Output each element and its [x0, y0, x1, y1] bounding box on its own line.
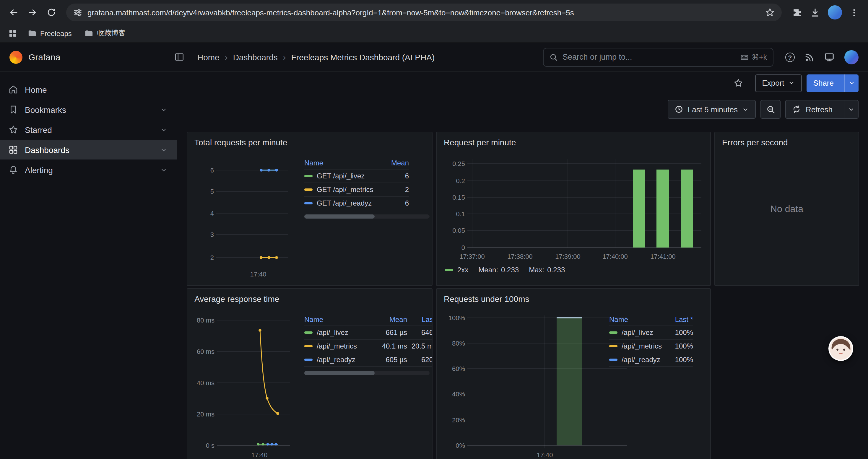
url-text[interactable]: grafana.mathmast.com/d/deytv4rwavabkb/fr…	[88, 8, 760, 17]
chevron-down-icon[interactable]	[160, 166, 167, 173]
refresh-interval-caret[interactable]	[844, 100, 858, 118]
y-tick: 80%	[437, 340, 465, 347]
refresh-button[interactable]: Refresh	[785, 100, 859, 119]
chevron-down-icon[interactable]	[160, 126, 167, 133]
browser-menu-icon[interactable]	[850, 8, 859, 17]
chevron-right-icon: ›	[283, 52, 286, 62]
monitor-icon[interactable]	[824, 52, 834, 62]
back-button[interactable]	[5, 4, 23, 21]
apps-grid-icon[interactable]	[6, 29, 20, 38]
legend-col-name[interactable]: Name	[304, 316, 370, 324]
chevron-down-icon[interactable]	[160, 146, 167, 153]
x-tick: 17:41:00	[650, 253, 676, 260]
sidebar-item-bookmarks[interactable]: Bookmarks	[0, 100, 177, 119]
extensions-icon[interactable]	[793, 7, 802, 18]
panel-errors-per-second[interactable]: Errors per second No data	[714, 132, 859, 286]
keyboard-icon	[740, 53, 749, 61]
news-rss-icon[interactable]	[805, 52, 814, 62]
legend-row[interactable]: /api/_readyz 605 µs 620	[304, 353, 433, 367]
legend-row[interactable]: GET /api/_metrics 2	[304, 183, 409, 197]
legend-table: Name Last * /api/_livez 100% /api/_metri…	[609, 314, 693, 367]
bar-percent[interactable]	[557, 318, 582, 446]
legend-col-last[interactable]: Las	[407, 316, 433, 324]
legend-col-name[interactable]: Name	[304, 159, 379, 167]
time-range-picker[interactable]: Last 5 minutes	[668, 100, 756, 119]
panel-title[interactable]: Average response time	[194, 294, 279, 304]
panel-average-response-time[interactable]: Average response time 80 ms 60 ms 40 ms …	[187, 288, 433, 459]
forward-button[interactable]	[24, 4, 41, 21]
y-tick: 60 ms	[187, 348, 215, 355]
bookmark-folder-freeleaps[interactable]: Freeleaps	[23, 27, 76, 40]
bookmark-star-icon[interactable]	[765, 8, 775, 17]
folder-icon	[85, 29, 94, 38]
downloads-icon[interactable]	[810, 7, 820, 18]
legend-col-name[interactable]: Name	[609, 316, 663, 324]
legend-col-mean[interactable]: Mean	[379, 159, 409, 167]
chevron-down-icon[interactable]	[160, 106, 167, 113]
breadcrumb-current: Freeleaps Metrics Dashboard (ALPHA)	[291, 52, 435, 62]
share-caret[interactable]	[844, 74, 859, 92]
bar-2xx[interactable]	[681, 169, 693, 248]
help-icon[interactable]: ?	[785, 52, 795, 62]
url-bar[interactable]: grafana.mathmast.com/d/deytv4rwavabkb/fr…	[66, 4, 782, 21]
bar-chart-plot[interactable]	[467, 316, 627, 448]
legend-header: Name Mean	[304, 157, 409, 169]
x-tick: 17:40	[250, 270, 266, 277]
panel-total-requests[interactable]: Total requests per minute 6 5 4 3 2	[187, 132, 433, 286]
bar-chart-plot[interactable]	[467, 159, 701, 249]
bookmark-folder-blogs[interactable]: 收藏博客	[80, 27, 130, 40]
legend-row[interactable]: /api/_metrics 40.1 ms 20.5 m	[304, 340, 433, 353]
legend-row[interactable]: /api/_readyz 100%	[609, 353, 693, 367]
bar-2xx[interactable]	[656, 169, 669, 248]
legend-row[interactable]: GET /api/_readyz 6	[304, 197, 409, 210]
browser-toolbar: grafana.mathmast.com/d/deytv4rwavabkb/fr…	[0, 0, 868, 25]
legend-row[interactable]: GET /api/_livez 6	[304, 169, 409, 183]
series-color-dash	[304, 189, 313, 191]
favorite-star-icon[interactable]	[731, 76, 745, 90]
caret-down-icon	[788, 80, 795, 86]
y-tick: 0.05	[437, 227, 465, 234]
line-chart-plot[interactable]	[217, 319, 290, 451]
export-button[interactable]: Export	[755, 74, 802, 92]
browser-profile-avatar[interactable]	[828, 5, 842, 20]
share-button[interactable]: Share	[807, 74, 859, 92]
search-input[interactable]	[562, 53, 736, 61]
grafana-header: Grafana Home › Dashboards › Freeleaps Me…	[0, 42, 868, 72]
legend-col-mean[interactable]: Mean	[370, 316, 407, 324]
legend-col-last[interactable]: Last *	[663, 316, 693, 324]
legend-scrollbar[interactable]	[304, 371, 430, 375]
sidebar-item-dashboards[interactable]: Dashboards	[0, 140, 177, 160]
panel-request-per-minute[interactable]: Request per minute 0.25 0.2 0.15 0.1 0.0…	[436, 132, 711, 286]
legend-row[interactable]: /api/_metrics 100%	[609, 340, 693, 353]
grafana-logo-icon[interactable]	[9, 51, 23, 64]
legend-row[interactable]: /api/_livez 100%	[609, 326, 693, 340]
breadcrumb-dashboards[interactable]: Dashboards	[233, 52, 278, 62]
bar-2xx[interactable]	[633, 169, 645, 248]
zoom-out-button[interactable]	[761, 100, 781, 119]
y-tick: 40 ms	[187, 379, 215, 386]
legend-scrollbar[interactable]	[304, 215, 430, 219]
reload-button[interactable]	[42, 4, 60, 21]
panel-requests-under-100ms[interactable]: Requests under 100ms 100% 80% 60% 40% 20…	[436, 288, 711, 459]
series-color-dash	[304, 331, 313, 334]
search-bar[interactable]: ⌘+k	[543, 47, 773, 66]
bookmarks-bar: Freeleaps 收藏博客	[0, 25, 868, 42]
sidebar-item-alerting[interactable]: Alerting	[0, 160, 177, 179]
bookmark-label: 收藏博客	[97, 28, 126, 38]
user-avatar[interactable]	[844, 50, 859, 64]
sidebar-item-starred[interactable]: Starred	[0, 120, 177, 139]
legend-inline[interactable]: 2xx Mean:0.233 Max:0.233	[445, 266, 565, 274]
panel-title[interactable]: Request per minute	[444, 138, 516, 147]
line-chart-plot[interactable]	[216, 165, 288, 266]
dock-menu-icon[interactable]	[172, 50, 187, 64]
panel-title[interactable]: Requests under 100ms	[444, 294, 529, 304]
sidebar-item-home[interactable]: Home	[0, 80, 177, 99]
panel-title[interactable]: Total requests per minute	[194, 138, 287, 147]
breadcrumb-home[interactable]: Home	[197, 52, 219, 62]
assistant-avatar-button[interactable]	[829, 336, 853, 361]
dashboard-main: Export Share Last 5 minutes	[177, 72, 868, 459]
site-settings-icon[interactable]	[73, 8, 82, 17]
search-icon	[550, 53, 558, 61]
no-data-message: No data	[715, 132, 859, 285]
legend-row[interactable]: /api/_livez 661 µs 646	[304, 326, 433, 340]
